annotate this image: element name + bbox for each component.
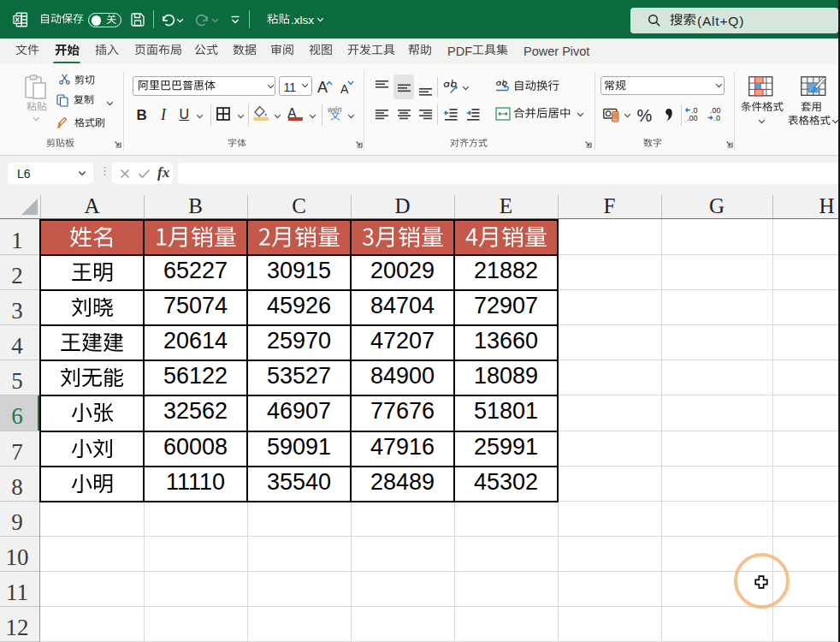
svg-text:.00: .00 [687, 114, 698, 122]
svg-text:.0: .0 [714, 114, 721, 122]
